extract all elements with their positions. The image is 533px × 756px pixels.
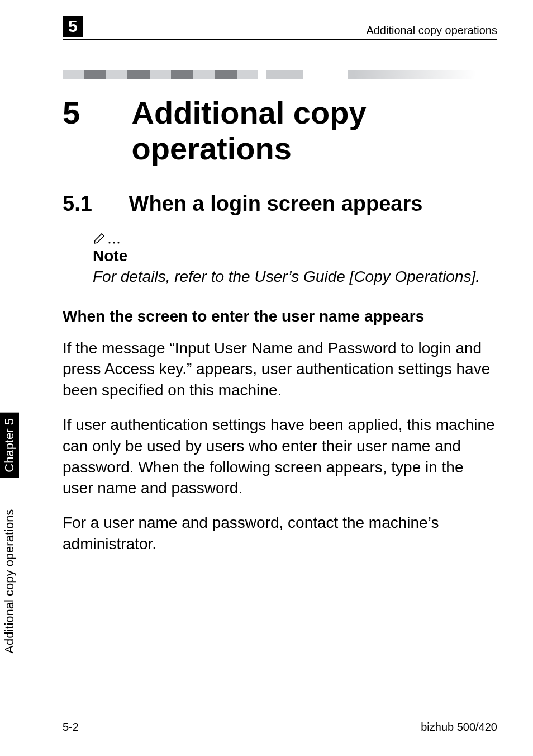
svg-point-2 (113, 242, 115, 243)
product-name: bizhub 500/420 (421, 721, 497, 734)
section-title: 5.1 When a login screen appears (63, 192, 497, 216)
note-icon (93, 229, 497, 246)
body-paragraph: For a user name and password, contact th… (63, 512, 497, 555)
running-header-number: 5 (63, 16, 83, 37)
svg-point-3 (117, 242, 119, 243)
chapter-number: 5 (63, 95, 123, 131)
decorative-bars (63, 70, 497, 79)
svg-point-1 (108, 242, 110, 243)
side-tab-chapter: Chapter 5 (0, 413, 19, 478)
body-paragraph: If the message “Input User Name and Pass… (63, 338, 497, 401)
subheading: When the screen to enter the user name a… (63, 308, 497, 325)
note-text: For details, refer to the User’s Guide [… (93, 266, 497, 287)
chapter-title: 5 Additional copy operations (63, 95, 497, 167)
page-number: 5-2 (63, 721, 79, 734)
chapter-title-text: Additional copy operations (132, 95, 489, 167)
running-header-title: Additional copy operations (366, 24, 497, 37)
note-block: Note For details, refer to the User’s Gu… (93, 229, 497, 287)
section-number: 5.1 (63, 192, 123, 216)
side-tab-label: Additional copy operations (2, 509, 17, 654)
running-header: 5 Additional copy operations (63, 16, 497, 40)
page-footer: 5-2 bizhub 500/420 (63, 716, 497, 734)
section-title-text: When a login screen appears (129, 192, 423, 215)
note-label: Note (93, 247, 497, 265)
body-paragraph: If user authentication settings have bee… (63, 414, 497, 499)
